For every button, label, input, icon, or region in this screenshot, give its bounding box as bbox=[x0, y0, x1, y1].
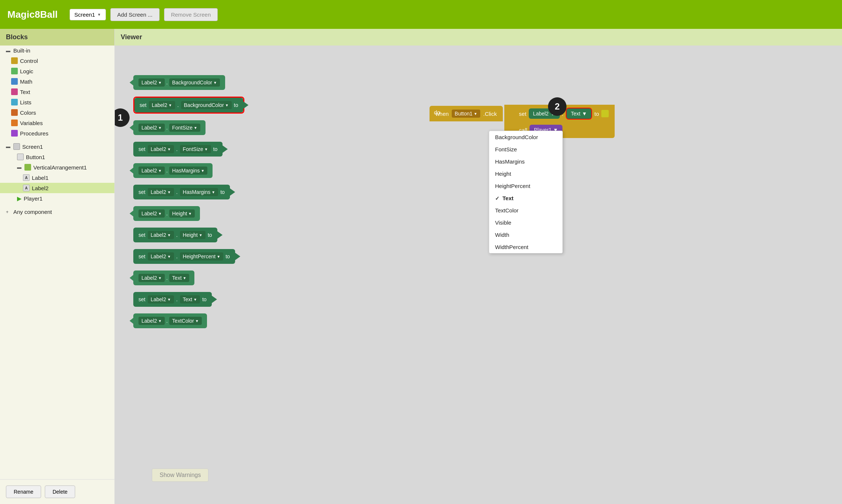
sidebar-item-button1[interactable]: Button1 bbox=[0, 152, 114, 162]
block-text-dd-1[interactable]: Text ▼ bbox=[169, 274, 190, 282]
rename-button[interactable]: Rename bbox=[6, 485, 41, 498]
sidebar-header: Blocks bbox=[0, 29, 114, 46]
sidebar-item-procedures[interactable]: Procedures bbox=[0, 128, 114, 138]
property-dropdown: BackgroundColor FontSize HasMargins Heig… bbox=[489, 131, 563, 253]
add-screen-button[interactable]: Add Screen ... bbox=[110, 8, 160, 21]
dropdown-item-width[interactable]: Width bbox=[489, 229, 562, 241]
step1-circle: 1 bbox=[115, 108, 130, 127]
text-label: Text bbox=[20, 89, 30, 95]
sidebar-item-any-component[interactable]: + Any component bbox=[0, 207, 114, 217]
block-getter-textcolor[interactable]: Label2 ▼ . TextColor ▼ bbox=[133, 313, 207, 328]
block-label2-dd-5[interactable]: Label2 ▼ bbox=[138, 167, 165, 175]
event-text-prop-dd[interactable]: Text ▼ bbox=[567, 108, 592, 119]
block-heightpct-dd[interactable]: HeightPercent ▼ bbox=[180, 252, 224, 261]
block-height-dd-2[interactable]: Height ▼ bbox=[180, 231, 206, 239]
dropdown-textcolor-label: TextColor bbox=[495, 207, 518, 214]
dropdown-item-widthpct[interactable]: WidthPercent bbox=[489, 241, 562, 253]
block-height-dd-1[interactable]: Height ▼ bbox=[169, 209, 195, 218]
dropdown-item-visible[interactable]: Visible bbox=[489, 216, 562, 229]
block-fontsize-dd-2[interactable]: FontSize ▼ bbox=[180, 145, 211, 153]
screen1-label: Screen1 bbox=[22, 144, 43, 150]
va1-label: VerticalArrangement1 bbox=[33, 164, 87, 171]
block-row-setter-hasmargins: set Label2 ▼ . HasMargins ▼ to bbox=[133, 185, 404, 199]
logic-label: Logic bbox=[20, 68, 33, 74]
block-textcolor-dd[interactable]: TextColor ▼ bbox=[169, 317, 202, 325]
player1-label: Player1 bbox=[24, 195, 43, 202]
sidebar-item-text[interactable]: Text bbox=[0, 87, 114, 97]
player1-icon: ▶ bbox=[17, 195, 21, 202]
click-label: .Click bbox=[483, 111, 497, 117]
block-setter-hasmargins[interactable]: set Label2 ▼ . HasMargins ▼ to bbox=[133, 185, 230, 199]
sidebar-item-colors[interactable]: Colors bbox=[0, 107, 114, 118]
block-row-getter-bgcolor: Label2 ▼ . BackgroundColor ▼ bbox=[133, 75, 404, 90]
block-getter-text[interactable]: Label2 ▼ . Text ▼ bbox=[133, 271, 194, 285]
block-label2-dd-2[interactable]: Label2 ▼ bbox=[149, 101, 175, 109]
block-getter-height[interactable]: Label2 ▼ . Height ▼ bbox=[133, 206, 200, 221]
sidebar-item-math[interactable]: Math bbox=[0, 76, 114, 87]
block-bgcolor-dd-1[interactable]: BackgroundColor ▼ bbox=[169, 78, 220, 87]
label2-label: Label2 bbox=[32, 185, 49, 191]
block-label2-dd-11[interactable]: Label2 ▼ bbox=[148, 295, 174, 303]
block-label2-dd-8[interactable]: Label2 ▼ bbox=[148, 231, 174, 239]
sidebar-item-logic[interactable]: Logic bbox=[0, 66, 114, 76]
show-warnings-button[interactable]: Show Warnings bbox=[152, 468, 208, 482]
dropdown-item-heightpct[interactable]: HeightPercent bbox=[489, 180, 562, 192]
dropdown-item-text[interactable]: ✓ Text bbox=[489, 192, 562, 204]
sidebar-item-label2[interactable]: A Label2 bbox=[0, 183, 114, 193]
block-label2-dd-10[interactable]: Label2 ▼ bbox=[138, 274, 165, 282]
block-hasmargins-dd-1[interactable]: HasMargins ▼ bbox=[169, 167, 208, 175]
sidebar-item-lists[interactable]: Lists bbox=[0, 97, 114, 107]
remove-screen-button[interactable]: Remove Screen bbox=[164, 8, 218, 21]
dropdown-item-bgcolor[interactable]: BackgroundColor bbox=[489, 131, 562, 143]
block-row-getter-text: Label2 ▼ . Text ▼ bbox=[133, 271, 404, 285]
math-icon bbox=[11, 78, 18, 85]
sidebar-item-variables[interactable]: Variables bbox=[0, 118, 114, 128]
block-row-getter-textcolor: Label2 ▼ . TextColor ▼ bbox=[133, 313, 404, 328]
button1-event-dd[interactable]: Button1 ▼ bbox=[452, 110, 480, 118]
app-title: Magic8Ball bbox=[7, 9, 58, 20]
dropdown-text-label: Text bbox=[502, 195, 514, 201]
dropdown-item-height[interactable]: Height bbox=[489, 168, 562, 180]
block-setter-height[interactable]: set Label2 ▼ . Height ▼ to bbox=[133, 228, 217, 242]
screen-dropdown[interactable]: Screen1 ▼ bbox=[70, 9, 106, 20]
button1-label: Button1 bbox=[26, 154, 45, 160]
procedures-icon bbox=[11, 130, 18, 137]
sidebar-section-builtin[interactable]: ▬ Built-in bbox=[0, 46, 114, 56]
variables-label: Variables bbox=[20, 120, 43, 126]
block-label2-dd-1[interactable]: Label2 ▼ bbox=[138, 78, 165, 87]
block-setter-bgcolor[interactable]: set Label2 ▼ . BackgroundColor ▼ to bbox=[134, 98, 243, 112]
block-row-getter-fontsize: Label2 ▼ . FontSize ▼ bbox=[133, 120, 404, 135]
block-setter-fontsize[interactable]: set Label2 ▼ . FontSize ▼ to bbox=[133, 142, 223, 157]
do-label: do bbox=[434, 109, 440, 115]
dropdown-item-hasmargins[interactable]: HasMargins bbox=[489, 155, 562, 168]
block-label2-dd-3[interactable]: Label2 ▼ bbox=[138, 124, 165, 132]
block-setter-heightpct[interactable]: set Label2 ▼ . HeightPercent ▼ to bbox=[133, 249, 235, 264]
block-getter-fontsize[interactable]: Label2 ▼ . FontSize ▼ bbox=[133, 120, 206, 135]
any-toggle-icon: + bbox=[6, 209, 11, 215]
block-label2-dd-4[interactable]: Label2 ▼ bbox=[148, 145, 174, 153]
block-fontsize-dd-1[interactable]: FontSize ▼ bbox=[169, 124, 200, 132]
block-getter-bgcolor[interactable]: Label2 ▼ . BackgroundColor ▼ bbox=[133, 75, 225, 90]
block-label2-dd-6[interactable]: Label2 ▼ bbox=[148, 188, 174, 196]
block-getter-hasmargins[interactable]: Label2 ▼ . HasMargins ▼ bbox=[133, 163, 213, 178]
sidebar-item-screen1[interactable]: ▬ Screen1 bbox=[0, 141, 114, 152]
block-hasmargins-dd-2[interactable]: HasMargins ▼ bbox=[180, 188, 218, 196]
block-text-dd-2[interactable]: Text ▼ bbox=[180, 295, 200, 303]
dropdown-item-textcolor[interactable]: TextColor bbox=[489, 204, 562, 216]
block-label2-dd-7[interactable]: Label2 ▼ bbox=[138, 209, 165, 218]
sidebar-item-control[interactable]: Control bbox=[0, 56, 114, 66]
dropdown-visible-label: Visible bbox=[495, 219, 511, 226]
event-text-prop-highlight: Text ▼ bbox=[566, 108, 592, 120]
sidebar-item-player1[interactable]: ▶ Player1 bbox=[0, 193, 114, 204]
block-label2-dd-9[interactable]: Label2 ▼ bbox=[148, 252, 174, 261]
block-label2-dd-12[interactable]: Label2 ▼ bbox=[138, 317, 165, 325]
delete-button[interactable]: Delete bbox=[45, 485, 75, 498]
button1-icon bbox=[17, 154, 24, 160]
variables-icon bbox=[11, 120, 18, 126]
block-setter-text[interactable]: set Label2 ▼ . Text ▼ to bbox=[133, 292, 212, 307]
sidebar-item-va1[interactable]: ▬ VerticalArrangement1 bbox=[0, 162, 114, 172]
screen-dropdown-label: Screen1 bbox=[74, 11, 95, 18]
block-bgcolor-dd-2[interactable]: BackgroundColor ▼ bbox=[181, 101, 232, 109]
sidebar-item-label1[interactable]: A Label1 bbox=[0, 172, 114, 183]
dropdown-item-fontsize[interactable]: FontSize bbox=[489, 143, 562, 155]
